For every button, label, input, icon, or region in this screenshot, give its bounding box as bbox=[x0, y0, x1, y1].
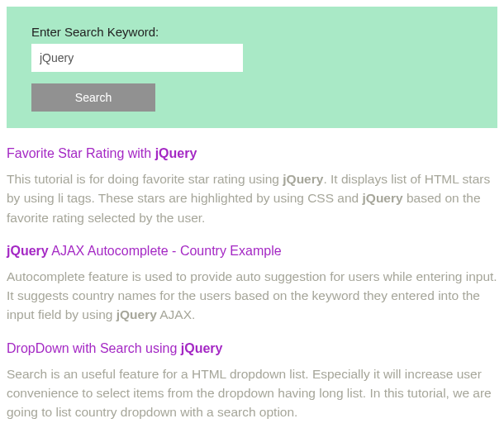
result-link[interactable]: Favorite Star Rating with jQuery bbox=[7, 146, 197, 160]
title-text: Favorite Star Rating with bbox=[7, 146, 155, 160]
result-link[interactable]: jQuery AJAX Autocomplete - Country Examp… bbox=[7, 244, 282, 258]
title-text: AJAX Autocomplete - Country Example bbox=[49, 244, 282, 258]
result-description: Search is an useful feature for a HTML d… bbox=[7, 364, 497, 422]
search-result: DropDown with Search using jQuery Search… bbox=[7, 341, 497, 422]
search-label: Enter Search Keyword: bbox=[31, 25, 473, 39]
search-button[interactable]: Search bbox=[31, 83, 155, 112]
title-text: DropDown with Search using bbox=[7, 341, 181, 355]
result-link[interactable]: DropDown with Search using jQuery bbox=[7, 341, 222, 355]
highlight: jQuery bbox=[7, 244, 49, 258]
search-result: jQuery AJAX Autocomplete - Country Examp… bbox=[7, 244, 497, 325]
result-title: jQuery AJAX Autocomplete - Country Examp… bbox=[7, 244, 497, 259]
search-form: Enter Search Keyword: Search bbox=[7, 7, 497, 128]
highlight: jQuery bbox=[155, 146, 197, 160]
result-description: Autocomplete feature is used to provide … bbox=[7, 267, 497, 325]
result-title: Favorite Star Rating with jQuery bbox=[7, 146, 497, 161]
search-input[interactable] bbox=[31, 44, 243, 72]
highlight: jQuery bbox=[181, 341, 223, 355]
search-result: Favorite Star Rating with jQuery This tu… bbox=[7, 146, 497, 227]
result-description: This tutorial is for doing favorite star… bbox=[7, 169, 497, 227]
result-title: DropDown with Search using jQuery bbox=[7, 341, 497, 356]
